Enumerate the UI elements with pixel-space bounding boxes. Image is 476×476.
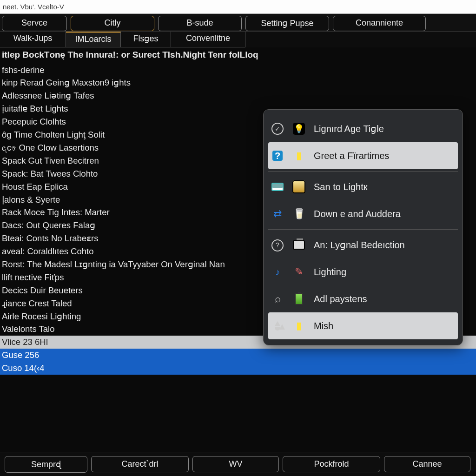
panel-row-label: Mish	[314, 321, 333, 331]
tab-top-3[interactable]: Settinɡ Pupse	[245, 16, 329, 31]
title-part-c: Vcelto-V	[38, 3, 64, 11]
bottom-button-1[interactable]: Carect`drl	[91, 456, 189, 472]
content-heading: itlep BockTоnę The Innura!: or Surect Tl…	[0, 47, 476, 63]
tab-sub-1[interactable]: IMLoarcls	[66, 32, 121, 47]
panel-row-5[interactable]: ♪✎Lighting	[268, 258, 458, 285]
panel-row-2[interactable]: San to Lightк	[268, 173, 458, 200]
panel-row-label: Down e and Auddera	[314, 209, 401, 219]
bottom-button-3[interactable]: Pockfrold	[283, 456, 380, 472]
panel-row-7[interactable]: ▮Mish	[268, 312, 458, 339]
list-item[interactable]: Adlessnee Liətinɡ Tafes	[0, 89, 476, 102]
tab-top-0[interactable]: Servce	[2, 16, 67, 31]
tab-top-2[interactable]: B-sude	[158, 16, 242, 31]
print-icon	[271, 180, 284, 193]
titlebar: neet. Vbu'. Vcelto-V	[0, 0, 476, 14]
battery-icon	[291, 291, 306, 306]
bottom-button-4[interactable]: Cannee	[384, 456, 470, 472]
avatar-icon	[291, 179, 306, 194]
circle-check-icon	[271, 122, 284, 135]
panel-row-label: An: Lyɡnаl Bedeıction	[314, 239, 405, 251]
person-icon	[271, 319, 284, 332]
bottom-button-0[interactable]: Semprɖ	[5, 456, 87, 473]
note-icon: ♪	[271, 265, 284, 278]
tab-top-1[interactable]: Citly	[71, 16, 154, 31]
tab-top-4[interactable]: Conanniente	[333, 16, 426, 31]
help-icon	[271, 149, 284, 162]
tabs-top: ServceCitlyB-sudeSettinɡ PupseConannient…	[0, 14, 476, 32]
title-part-b: Vbu'.	[20, 3, 36, 11]
list-item[interactable]: fshs-derine	[0, 64, 476, 77]
tab-sub-2[interactable]: Flsɡes	[121, 32, 171, 47]
panel-row-label: Adl paystens	[314, 294, 367, 304]
cup-icon: 🥛	[291, 206, 306, 221]
pot-icon	[291, 238, 306, 252]
panel-row-label: Lighting	[314, 267, 346, 278]
bottom-bar: SemprɖCarect`drlWVPockfroldCannee	[0, 452, 476, 476]
panel-row-label: San to Lightк	[314, 182, 368, 192]
search-icon	[271, 292, 284, 305]
tabs-sub: Walk-JupsIMLoarclsFlsɡesConvenlitne	[0, 32, 476, 47]
list-item[interactable]: Guse 256	[0, 349, 476, 362]
actions-panel: 💡Lignırd Age Tiɡle▮Grеet a FїrartimesSan…	[263, 109, 463, 345]
panel-divider	[268, 229, 458, 230]
tab-sub-0[interactable]: Walk-Jups	[0, 32, 66, 47]
panel-row-0[interactable]: 💡Lignırd Age Tiɡle	[268, 115, 458, 142]
tab-sub-3[interactable]: Convenlitne	[171, 32, 245, 47]
arrows-icon: ⇄	[271, 207, 284, 220]
title-part-a: neet.	[3, 3, 18, 11]
panel-row-1[interactable]: ▮Grеet a Fїrartimes	[268, 142, 458, 169]
panel-row-label: Lignırd Age Tiɡle	[314, 123, 384, 134]
q-icon	[271, 238, 284, 251]
list-item[interactable]: Cuso 14(‹4	[0, 362, 476, 375]
panel-row-4[interactable]: An: Lyɡnаl Bedeıction	[268, 231, 458, 258]
list-item[interactable]: kinp Rerad Geinɡ Maxston9 iɡhts	[0, 76, 476, 89]
pencil-icon: ✎	[291, 264, 306, 279]
pin-icon: ▮	[291, 318, 306, 333]
pin-icon: ▮	[291, 148, 306, 163]
bulb-icon: 💡	[291, 121, 306, 136]
panel-divider	[268, 171, 458, 172]
panel-row-3[interactable]: ⇄🥛Down e and Auddera	[268, 200, 458, 227]
panel-row-6[interactable]: Adl paystens	[268, 285, 458, 312]
panel-row-label: Grеet a Fїrartimes	[314, 151, 389, 161]
bottom-button-2[interactable]: WV	[192, 456, 279, 472]
